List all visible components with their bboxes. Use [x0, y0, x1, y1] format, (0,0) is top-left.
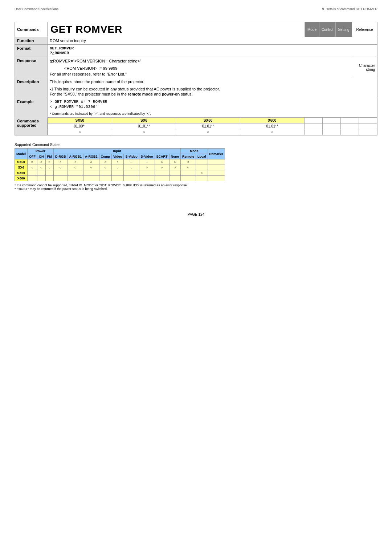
response-line3: For all other responses, refer to "Error…: [50, 72, 350, 76]
supported-circles-row: ○ ○ ○ ○: [48, 129, 377, 135]
footer-notes: * If a command cannot be supported, 'INV…: [15, 183, 377, 191]
states-sx6-row: SX6 ○ ○ ○ ○ ○ ○ ○ ○ ○ ○ ○ ○ ○: [15, 165, 225, 170]
supported-label-line1: Commands: [17, 119, 39, 123]
states-sx60-model: SX60: [15, 170, 28, 176]
example-line2: < g:ROMVER="01.0306": [50, 105, 375, 109]
sx50-off: ×: [28, 159, 37, 165]
states-pm-header: PM: [45, 154, 54, 159]
circle-sx50: ○: [48, 129, 112, 135]
sx60-comp: [99, 170, 112, 176]
sx50-drgb: ○: [54, 159, 68, 165]
circle-empty3: [340, 129, 359, 135]
sx6-pm: ○: [45, 165, 54, 170]
states-remote-header: Remote: [181, 154, 196, 159]
col-empty4: [359, 118, 377, 123]
sx50-on: ○: [37, 159, 46, 165]
sx6-remote: ○: [181, 165, 196, 170]
command-table: Commands GET ROMVER Mode Control Setting…: [15, 22, 377, 135]
col-sx6: SX6: [112, 118, 176, 123]
sx6-remarks: [208, 165, 225, 170]
response-line2: <ROM VERSION> := 99.9999: [64, 66, 350, 70]
states-model-header: Model: [15, 149, 28, 159]
inner-support-table: SX50 SX6 SX60 X600 01.00** 01.01** 01.01…: [48, 117, 377, 135]
sx50-local: [196, 159, 208, 165]
states-power-header: Power: [28, 149, 54, 154]
states-argb1-header: A-RGB1: [68, 154, 83, 159]
format-row: Format GET□ROMVER ?△ROMVER: [15, 45, 377, 57]
ver-empty2: [322, 123, 340, 129]
states-mode-header: Mode: [181, 149, 208, 154]
states-sx60-row: SX60 ○: [15, 170, 225, 176]
sx60-off: [28, 170, 37, 176]
x600-off: [28, 176, 37, 181]
sx60-on: [37, 170, 46, 176]
sx6-argb2: ○: [83, 165, 99, 170]
x600-remarks: [208, 176, 225, 181]
control-label: Control: [322, 28, 333, 32]
sx50-argb2: ○: [83, 159, 99, 165]
description-content: This inquires about the product name of …: [48, 78, 377, 98]
ver-empty1: [304, 123, 322, 129]
function-label: Function: [15, 37, 48, 45]
states-on-header: ON: [37, 154, 46, 159]
sx50-scart: ○: [155, 159, 169, 165]
sx50-comp: ○: [99, 159, 112, 165]
sx60-scart: [155, 170, 169, 176]
reference-label: Reference: [356, 28, 373, 32]
example-row: Example > GET ROMVER or ? ROMVER < g:ROM…: [15, 98, 377, 117]
commands-label: Commands: [17, 27, 39, 32]
states-none-header: None: [169, 154, 181, 159]
ver-sx60: 01.01**: [176, 123, 240, 129]
col-sx50: SX50: [48, 118, 112, 123]
x600-pm: [45, 176, 54, 181]
ver-sx50: 01.00**: [48, 123, 112, 129]
x600-comp: [99, 176, 112, 181]
sx50-none: ○: [169, 159, 181, 165]
page-number: PAGE 124: [15, 212, 377, 216]
char-string-note: Characterstring: [352, 57, 377, 78]
states-local-header: Local: [196, 154, 208, 159]
x600-local: [196, 176, 208, 181]
sx60-remote: [181, 170, 196, 176]
sx6-scart: ○: [155, 165, 169, 170]
description-line1: This inquires about the product name of …: [50, 80, 375, 84]
circle-sx6: ○: [112, 129, 176, 135]
ver-x600: 01.01**: [240, 123, 304, 129]
sx6-comp: ○: [99, 165, 112, 170]
format-line2: ?△ROMVER: [50, 50, 375, 55]
sx6-dvideo: ○: [139, 165, 155, 170]
supported-content: SX50 SX6 SX60 X600 01.00** 01.01** 01.01…: [48, 117, 377, 135]
ver-empty4: [359, 123, 377, 129]
description-line2: -1 This inquiry can be executed in any s…: [50, 87, 375, 91]
x600-scart: [155, 176, 169, 181]
sx6-local: [196, 165, 208, 170]
response-row: Response g:ROMVER="<ROM VERSION：Characte…: [15, 57, 377, 78]
sx60-argb1: [68, 170, 83, 176]
header-left: User Command Specifications: [15, 7, 58, 11]
response-label: Response: [15, 57, 48, 78]
footnote1: * If a command cannot be supported, 'INV…: [15, 183, 377, 187]
circle-empty2: [322, 129, 340, 135]
col-x600: X600: [240, 118, 304, 123]
sx6-off: ○: [28, 165, 37, 170]
states-dvideo-header: D-Video: [139, 154, 155, 159]
command-header-row: Commands GET ROMVER Mode Control Setting…: [15, 22, 377, 37]
footnote2: * ":BUSY" may be returned if the power s…: [15, 187, 377, 191]
sx6-none: ○: [169, 165, 181, 170]
supported-row: Commands supported SX50 SX6 SX60 X600 01…: [15, 117, 377, 135]
supported-header-row: SX50 SX6 SX60 X600: [48, 118, 377, 123]
sx50-dvideo: –: [139, 159, 155, 165]
sx60-local: ○: [196, 170, 208, 176]
sx50-pm: ×: [45, 159, 54, 165]
circle-sx60: ○: [176, 129, 240, 135]
sx6-drgb: ○: [54, 165, 68, 170]
states-table: Model Power Input Mode Remarks OFF ON PM…: [15, 148, 225, 181]
format-content: GET□ROMVER ?△ROMVER: [48, 45, 377, 57]
sx6-video: ○: [112, 165, 124, 170]
ver-sx6: 01.01**: [112, 123, 176, 129]
x600-dvideo: [139, 176, 155, 181]
sx60-svideo: [124, 170, 139, 176]
example-line3: * Commands are indicated by ">", and res…: [50, 112, 375, 116]
col-empty1: [304, 118, 322, 123]
example-content: > GET ROMVER or ? ROMVER < g:ROMVER="01.…: [48, 98, 377, 117]
